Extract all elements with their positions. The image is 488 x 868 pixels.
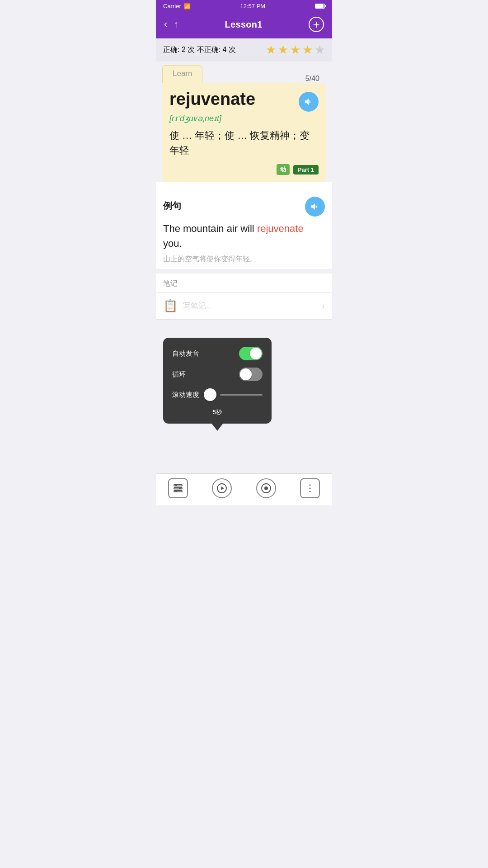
bottom-bar	[156, 473, 332, 505]
svg-marker-7	[221, 486, 224, 490]
notes-icon: 📋	[163, 299, 178, 313]
auto-sound-label: 自动发音	[172, 349, 199, 358]
auto-sound-row: 自动发音	[172, 347, 263, 360]
play-button[interactable]	[212, 478, 232, 498]
wifi-icon: 📶	[184, 3, 191, 9]
svg-point-5	[175, 491, 177, 492]
svg-rect-2	[174, 491, 182, 492]
settings-button[interactable]	[168, 478, 188, 498]
learn-tab-wrapper: Learn 5/40	[162, 61, 326, 83]
loop-label: 循环	[172, 370, 186, 379]
phonetic-text: [rɪˈdʒuvəˌneɪt]	[169, 113, 319, 123]
auto-sound-toggle[interactable]	[239, 347, 263, 360]
loop-row: 循环	[172, 368, 263, 381]
nav-left: ‹ ↑	[164, 19, 178, 29]
speed-value: 5秒	[172, 408, 263, 416]
svg-point-3	[175, 485, 177, 486]
popup-overlay: 自动发音 循环 滚动速度 5秒	[156, 329, 332, 433]
svg-point-9	[264, 486, 268, 490]
page-title: Lesson1	[225, 19, 263, 30]
speed-slider[interactable]	[204, 388, 263, 401]
menu-icon	[305, 483, 315, 494]
carrier-text: Carrier	[163, 3, 181, 9]
card-footer: 动 Part 1	[169, 164, 319, 175]
auto-sound-knob	[250, 348, 262, 359]
svg-point-10	[310, 485, 311, 486]
incorrect-count: 4	[223, 46, 227, 53]
speed-label: 滚动速度	[172, 391, 199, 399]
star-5: ★	[314, 43, 325, 57]
flash-card: rejuvenate [rɪˈdʒuvəˌneɪt] 使 … 年轻；使 … 恢复…	[162, 83, 326, 182]
back-button[interactable]: ‹	[164, 19, 167, 29]
badge-dong: 动	[277, 164, 290, 175]
slider-knob	[204, 388, 216, 401]
speed-row: 滚动速度	[172, 388, 263, 401]
extra-button[interactable]	[300, 478, 320, 498]
correct-count: 2	[182, 46, 186, 53]
settings-icon	[173, 483, 183, 494]
status-bar: Carrier 📶 12:57 PM	[156, 0, 332, 12]
play-icon	[216, 483, 227, 494]
learn-tab[interactable]: Learn	[162, 65, 202, 83]
example-title: 例句	[163, 200, 181, 212]
notes-placeholder: 写笔记..	[183, 301, 316, 311]
notes-label: 笔记	[156, 274, 332, 292]
star-3: ★	[290, 43, 300, 57]
up-button[interactable]: ↑	[174, 19, 178, 29]
word-row: rejuvenate	[169, 90, 319, 112]
progress-text: 5/40	[305, 72, 326, 83]
svg-point-4	[179, 487, 181, 489]
example-section: 例句 The mountain air will rejuvenate you.…	[156, 189, 332, 269]
speaker-icon	[304, 97, 314, 107]
add-button[interactable]: +	[309, 17, 324, 32]
nav-bar: ‹ ↑ Lesson1 +	[156, 12, 332, 38]
example-header: 例句	[163, 195, 325, 217]
stats-text: 正确: 2 次 不正确: 4 次	[163, 45, 236, 55]
notes-arrow-icon: ›	[322, 301, 325, 311]
svg-rect-1	[174, 488, 182, 489]
svg-point-11	[310, 488, 311, 489]
translation-text: 使 … 年轻；使 … 恢复精神；变年轻	[169, 128, 319, 158]
badge-part: Part 1	[293, 165, 319, 175]
star-1: ★	[266, 43, 276, 57]
speaker-icon-2	[310, 202, 320, 212]
battery-icon	[315, 4, 325, 9]
record-button[interactable]	[256, 478, 276, 498]
example-english: The mountain air will rejuvenate you.	[163, 221, 325, 251]
example-audio-button[interactable]	[305, 197, 325, 217]
status-time: 12:57 PM	[240, 3, 266, 9]
stats-bar: 正确: 2 次 不正确: 4 次 ★ ★ ★ ★ ★	[156, 38, 332, 61]
loop-toggle[interactable]	[239, 368, 263, 381]
slider-track	[220, 394, 263, 396]
status-left: Carrier 📶	[163, 3, 191, 9]
example-chinese: 山上的空气将使你变得年轻。	[163, 254, 325, 264]
example-highlight: rejuvenate	[257, 223, 304, 234]
loop-knob	[240, 368, 252, 380]
main-word: rejuvenate	[169, 90, 299, 109]
settings-popup: 自动发音 循环 滚动速度 5秒	[163, 338, 272, 424]
record-icon	[261, 483, 272, 494]
star-4: ★	[302, 43, 313, 57]
notes-input-row[interactable]: 📋 写笔记.. ›	[156, 292, 332, 320]
star-2: ★	[278, 43, 288, 57]
word-audio-button[interactable]	[299, 92, 319, 112]
star-rating: ★ ★ ★ ★ ★	[266, 43, 325, 57]
svg-rect-0	[174, 485, 182, 486]
svg-point-12	[310, 491, 311, 492]
